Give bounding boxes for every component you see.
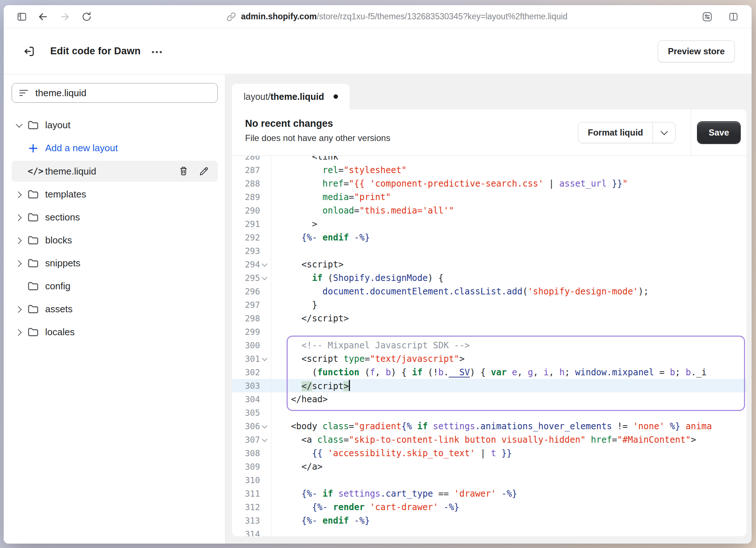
code-line-292[interactable]: 292 {%- endif -%} (232, 231, 747, 244)
code-line-288[interactable]: 288 href="{{ 'component-predictive-searc… (232, 177, 747, 190)
code-line-286[interactable]: 286 <link (232, 156, 747, 163)
fold-chevron-icon[interactable] (260, 271, 271, 285)
fold-chevron-icon[interactable] (260, 419, 271, 433)
code-token: b (438, 367, 444, 377)
code-token: h (559, 367, 564, 377)
split-view-icon[interactable] (725, 9, 741, 25)
chevron-right-icon[interactable] (12, 189, 28, 200)
sidebar-item-locales[interactable]: locales (12, 321, 218, 344)
code-line-295[interactable]: 295 if (Shopify.designMode) { (232, 271, 747, 285)
code-token: ( (359, 367, 370, 377)
line-number: 288 (232, 177, 271, 190)
code-line-310[interactable]: 310 (232, 473, 747, 487)
code-line-304[interactable]: 304 </head> (232, 392, 747, 406)
code-editor[interactable]: 286 <link287 rel="stylesheet"288 href="{… (232, 156, 747, 536)
browser-toolbar: admin.shopify.com/store/rzq1xu-f5/themes… (4, 5, 752, 28)
code-token: type (343, 354, 365, 364)
code-line-299[interactable]: 299 (232, 325, 747, 338)
folder-icon (28, 120, 44, 130)
code-token (317, 232, 322, 243)
forward-icon[interactable] (57, 9, 73, 25)
exit-icon[interactable] (20, 43, 38, 60)
code-line-287[interactable]: 287 rel="stylesheet" (232, 163, 747, 177)
code-line-311[interactable]: 311 {%- if settings.cart_type == 'drawer… (232, 487, 747, 500)
file-search[interactable] (12, 83, 218, 103)
line-number: 309 (232, 460, 271, 473)
sidebar-item-label: config (45, 281, 70, 292)
code-line-294[interactable]: 294 <script> (232, 258, 747, 271)
code-line-290[interactable]: 290 onload="this.media='all'" (232, 204, 747, 217)
search-input[interactable] (35, 87, 211, 99)
save-button[interactable]: Save (698, 122, 740, 143)
code-line-content: <a class="skip-to-content-link button vi… (271, 435, 696, 445)
line-number: 291 (232, 217, 271, 231)
sidebar-item-add-a-new-layout[interactable]: Add a new layout (12, 137, 218, 160)
status-title: No recent changes (245, 118, 390, 129)
sidebar-item-theme-liquid[interactable]: </>theme.liquid (12, 161, 218, 182)
line-number: 311 (232, 487, 271, 500)
code-line-293[interactable]: 293 (232, 244, 747, 258)
format-liquid-button[interactable]: Format liquid (578, 122, 653, 143)
code-line-291[interactable]: 291 > (232, 217, 747, 231)
code-line-302[interactable]: 302 (function (f, b) { if (!b.__SV) { va… (232, 365, 747, 379)
fold-chevron-icon[interactable] (260, 433, 271, 446)
delete-file-icon[interactable] (178, 166, 189, 176)
code-line-289[interactable]: 289 media="print" (232, 190, 747, 204)
sidebar-item-blocks[interactable]: blocks (12, 229, 218, 252)
code-line-content: </head> (271, 394, 328, 404)
back-icon[interactable] (35, 9, 51, 25)
code-line-296[interactable]: 296 document.documentElement.classList.a… (232, 285, 747, 298)
code-line-300[interactable]: 300 <!-- Mixpanel Javascript SDK --> (232, 338, 747, 352)
chevron-right-icon[interactable] (12, 327, 28, 338)
code-line-306[interactable]: 306 <body class="gradient{% if settings.… (232, 419, 747, 433)
code-line-298[interactable]: 298 </script> (232, 312, 747, 325)
fold-spacer (260, 285, 271, 298)
fold-spacer (260, 312, 271, 325)
overflow-menu-icon[interactable]: ••• (151, 46, 163, 57)
fold-spacer (260, 163, 271, 177)
tab-theme-liquid[interactable]: layout/theme.liquid (232, 84, 350, 109)
sidebar-item-config[interactable]: config (12, 275, 218, 298)
code-token: e (512, 367, 517, 377)
code-token: </a> (280, 462, 323, 472)
code-line-308[interactable]: 308 {{ 'accessibility.skip_to_text' | t … (232, 446, 747, 460)
code-line-314[interactable]: 314 (232, 527, 747, 536)
code-line-305[interactable]: 305 (232, 406, 747, 419)
sidebar-item-layout[interactable]: layout (12, 114, 218, 137)
code-line-309[interactable]: 309 </a> (232, 460, 747, 473)
code-line-content: {%- if settings.cart_type == 'drawer' -%… (271, 489, 517, 499)
chevron-down-icon[interactable] (12, 120, 28, 131)
code-token (665, 421, 670, 431)
sidebar-item-templates[interactable]: templates (12, 183, 218, 206)
fold-chevron-icon[interactable] (260, 352, 271, 365)
sidebar-toggle-icon[interactable] (14, 9, 30, 25)
code-line-307[interactable]: 307 <a class="skip-to-content-link butto… (232, 433, 747, 446)
code-token (280, 286, 323, 297)
chevron-right-icon[interactable] (12, 304, 28, 315)
sidebar-item-assets[interactable]: assets (12, 298, 218, 321)
code-line-301[interactable]: 301 <script type="text/javascript"> (232, 352, 747, 365)
code-line-303[interactable]: 303 </script> (232, 379, 747, 392)
address-bar[interactable]: admin.shopify.com/store/rzq1xu-f5/themes… (95, 12, 699, 21)
code-token: href (323, 179, 344, 189)
preview-store-button[interactable]: Preview store (658, 40, 735, 62)
code-line-313[interactable]: 313 {%- endif -%} (232, 514, 747, 527)
chevron-right-icon[interactable] (12, 235, 28, 246)
code-token: }} (496, 448, 512, 458)
page-settings-icon[interactable] (699, 9, 715, 25)
fold-chevron-icon[interactable] (260, 258, 271, 271)
sidebar-item-snippets[interactable]: snippets (12, 252, 218, 275)
chevron-right-icon[interactable] (12, 212, 28, 223)
code-line-297[interactable]: 297 } (232, 298, 747, 312)
reload-icon[interactable] (79, 9, 95, 25)
code-line-312[interactable]: 312 {%- render 'cart-drawer' -%} (232, 500, 747, 514)
chevron-right-icon[interactable] (12, 258, 28, 269)
format-liquid-chevron-icon[interactable] (653, 122, 675, 143)
code-token: , (375, 367, 386, 377)
code-token: == (433, 489, 454, 499)
rename-file-icon[interactable] (199, 166, 209, 176)
sidebar-item-sections[interactable]: sections (12, 206, 218, 229)
code-token: -%} (501, 489, 517, 499)
code-token: {% (401, 421, 412, 431)
code-token: > (280, 219, 317, 229)
